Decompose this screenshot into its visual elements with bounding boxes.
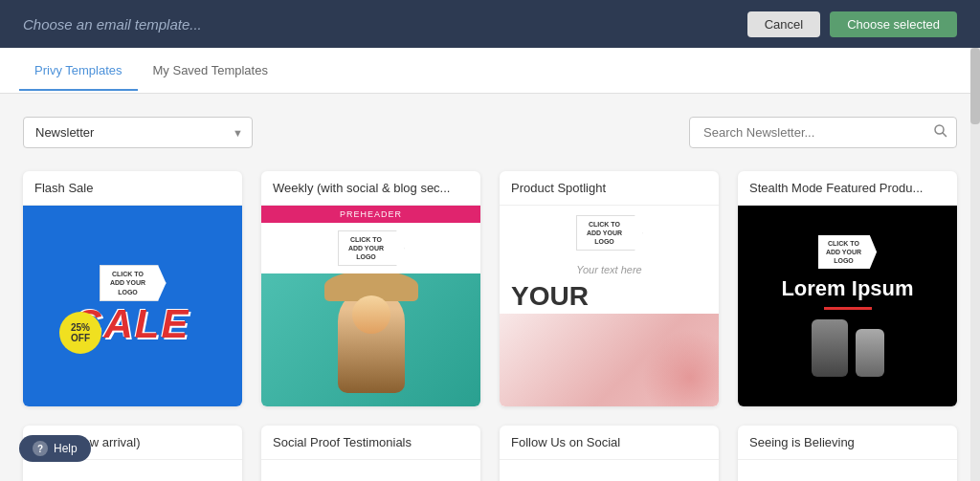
filter-row: Newsletter Announcement Promotional Welc…	[23, 117, 957, 148]
template-title-stealth-mode: Stealth Mode Featured Produ...	[738, 171, 957, 206]
product-bg	[500, 314, 719, 406]
category-select[interactable]: Newsletter Announcement Promotional Welc…	[23, 117, 253, 148]
product-logo-area: CLICK TO ADD YOUR LOGO	[567, 206, 653, 260]
template-card-social-proof[interactable]: Social Proof Testimonials CLICK TO ADD Y…	[261, 426, 480, 481]
your-text-here: Your text here	[565, 260, 654, 279]
template-card-flash-sale[interactable]: Flash Sale CLICK TO ADD YOUR LOGO 25% OF…	[23, 171, 242, 406]
template-preview-flash-sale: CLICK TO ADD YOUR LOGO 25% OFF SALE	[23, 206, 242, 406]
template-title-follow-social: Follow Us on Social	[500, 426, 719, 460]
stealth-products	[812, 319, 884, 377]
header-actions: Cancel Choose selected	[747, 11, 957, 37]
template-card-stealth-mode[interactable]: Stealth Mode Featured Produ... CLICK TO …	[738, 171, 957, 406]
help-label: Help	[54, 442, 78, 455]
template-title-social-proof: Social Proof Testimonials	[261, 426, 480, 460]
template-preview-stealth-mode: CLICK TO ADD YOUR LOGO Lorem Ipsum	[738, 206, 957, 406]
template-preview-seeing-believing: CLICK TO ADD YOUR LOGO	[738, 460, 957, 481]
red-divider	[824, 307, 872, 310]
tab-privy-templates[interactable]: Privy Templates	[19, 50, 138, 91]
template-grid: Flash Sale CLICK TO ADD YOUR LOGO 25% OF…	[23, 171, 957, 481]
template-title-weekly: Weekly (with social & blog sec...	[261, 171, 480, 206]
template-card-product-spotlight[interactable]: Product Spotlight CLICK TO ADD YOUR LOGO…	[500, 171, 719, 406]
product-watch	[856, 329, 884, 377]
discount-badge: 25% OFF	[59, 312, 101, 354]
weekly-image	[261, 273, 480, 406]
preheader-bar: PREHEADER	[261, 206, 480, 223]
search-input[interactable]	[689, 117, 957, 148]
category-select-wrapper: Newsletter Announcement Promotional Welc…	[23, 117, 253, 148]
template-preview-new-arrival: Template preview Preheader	[23, 460, 242, 481]
template-card-follow-social[interactable]: Follow Us on Social CLICK TO ADD YOUR LO…	[500, 426, 719, 481]
search-wrapper	[689, 117, 957, 148]
cancel-button[interactable]: Cancel	[747, 11, 820, 37]
main-content: Newsletter Announcement Promotional Welc…	[0, 94, 980, 481]
tab-my-saved-templates[interactable]: My Saved Templates	[138, 50, 283, 91]
model-face	[352, 295, 390, 334]
template-card-seeing-believing[interactable]: Seeing is Believing CLICK TO ADD YOUR LO…	[738, 426, 957, 481]
product-bottle	[812, 319, 848, 377]
help-icon: ?	[33, 441, 48, 456]
template-title-product-spotlight: Product Spotlight	[500, 171, 719, 206]
tabs-bar: Privy Templates My Saved Templates	[0, 48, 980, 94]
template-title-flash-sale: Flash Sale	[23, 171, 242, 206]
model-figure	[338, 288, 405, 393]
choose-selected-button[interactable]: Choose selected	[830, 11, 957, 37]
scroll-thumb[interactable]	[970, 48, 980, 124]
scroll-track	[970, 48, 980, 481]
lorem-ipsum-text: Lorem Ipsum	[781, 276, 913, 301]
template-card-weekly[interactable]: Weekly (with social & blog sec... PREHEA…	[261, 171, 480, 406]
flower-deco	[642, 330, 719, 406]
logo-tag-product: CLICK TO ADD YOUR LOGO	[576, 215, 643, 251]
logo-tag-flash: CLICK TO ADD YOUR LOGO	[100, 265, 167, 300]
template-title-seeing-believing: Seeing is Believing	[738, 426, 957, 460]
template-preview-follow-social: CLICK TO ADD YOUR LOGO	[500, 460, 719, 481]
template-preview-social-proof: CLICK TO ADD YOUR LOGO	[261, 460, 480, 481]
page-title: Choose an email template...	[23, 16, 202, 33]
template-preview-weekly: PREHEADER CLICK TO ADD YOUR LOGO	[261, 206, 480, 406]
help-button[interactable]: ? Help	[19, 435, 91, 462]
your-title: YOUR	[500, 279, 600, 314]
header: Choose an email template... Cancel Choos…	[0, 0, 980, 48]
template-preview-product-spotlight: CLICK TO ADD YOUR LOGO Your text here YO…	[500, 206, 719, 406]
weekly-logo-row: CLICK TO ADD YOUR LOGO	[261, 223, 480, 273]
stealth-logo-tag: CLICK TO ADD YOUR LOGO	[818, 235, 877, 269]
logo-tag-weekly: CLICK TO ADD YOUR LOGO	[338, 230, 405, 266]
